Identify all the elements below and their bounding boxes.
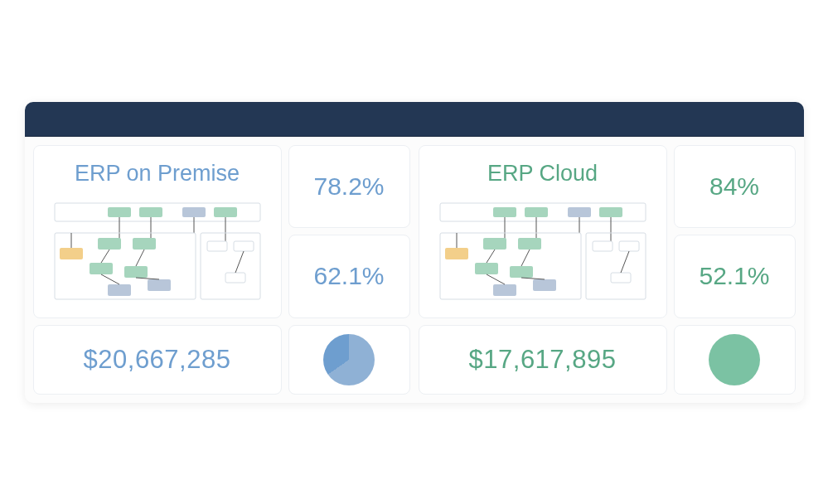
svg-line-48 (521, 278, 545, 279)
pie-card[interactable] (674, 325, 796, 395)
amount-value: $17,617,895 (469, 345, 617, 375)
svg-line-26 (235, 251, 244, 273)
pie-chart-icon (709, 334, 760, 385)
metric-bottom-value: 52.1% (699, 262, 769, 290)
svg-rect-30 (568, 207, 591, 217)
svg-rect-41 (510, 266, 533, 278)
svg-rect-1 (108, 207, 131, 217)
svg-rect-16 (148, 279, 171, 291)
panel-title: ERP Cloud (487, 161, 598, 187)
svg-rect-37 (445, 248, 468, 259)
svg-rect-2 (139, 207, 162, 217)
svg-rect-38 (483, 238, 506, 250)
svg-rect-15 (108, 284, 131, 296)
svg-rect-50 (593, 241, 613, 251)
svg-rect-10 (60, 248, 83, 259)
metric-top[interactable]: 84% (674, 145, 796, 229)
svg-rect-39 (518, 238, 541, 250)
panel-erp-on-premise: ERP on Premise (33, 145, 410, 395)
svg-line-19 (136, 250, 144, 266)
svg-rect-14 (124, 266, 148, 278)
amount-card[interactable]: $20,667,285 (33, 325, 282, 395)
svg-line-20 (101, 274, 119, 284)
metric-bottom-value: 62.1% (313, 262, 384, 290)
svg-rect-28 (493, 207, 516, 217)
svg-line-21 (136, 278, 159, 279)
svg-rect-3 (182, 207, 206, 217)
svg-rect-31 (599, 207, 622, 217)
metric-bottom[interactable]: 62.1% (288, 235, 410, 318)
metric-top[interactable]: 78.2% (288, 145, 410, 229)
svg-line-45 (487, 250, 495, 263)
svg-rect-22 (201, 233, 260, 299)
svg-rect-49 (586, 233, 646, 299)
dashboard-container: ERP on Premise (25, 102, 804, 403)
svg-line-53 (621, 251, 629, 273)
architecture-diagram-icon (50, 198, 265, 306)
svg-rect-51 (619, 241, 639, 251)
pie-chart-icon (323, 334, 375, 385)
svg-rect-24 (234, 241, 254, 251)
svg-line-18 (101, 250, 109, 263)
svg-rect-13 (90, 263, 113, 274)
svg-rect-43 (533, 279, 556, 291)
svg-line-47 (487, 274, 505, 284)
panels-grid: ERP on Premise (25, 137, 804, 403)
header-bar (25, 102, 804, 137)
metric-top-value: 78.2% (313, 172, 384, 201)
amount-value: $20,667,285 (84, 345, 231, 375)
svg-rect-40 (475, 263, 498, 274)
metric-top-value: 84% (709, 172, 759, 201)
panel-title: ERP on Premise (75, 161, 240, 187)
panel-erp-cloud: ERP Cloud (419, 145, 796, 395)
svg-rect-12 (133, 238, 156, 250)
svg-rect-52 (611, 273, 631, 283)
title-card[interactable]: ERP on Premise (33, 145, 282, 318)
svg-rect-29 (525, 207, 548, 217)
svg-rect-11 (98, 238, 121, 250)
svg-rect-42 (493, 284, 516, 296)
metric-bottom[interactable]: 52.1% (674, 235, 796, 318)
svg-line-46 (521, 250, 530, 266)
architecture-diagram-icon (435, 198, 651, 306)
svg-rect-25 (225, 273, 245, 283)
pie-card[interactable] (288, 325, 410, 395)
svg-rect-4 (214, 207, 237, 217)
title-card[interactable]: ERP Cloud (419, 145, 667, 318)
svg-rect-23 (207, 241, 227, 251)
amount-card[interactable]: $17,617,895 (419, 325, 667, 395)
